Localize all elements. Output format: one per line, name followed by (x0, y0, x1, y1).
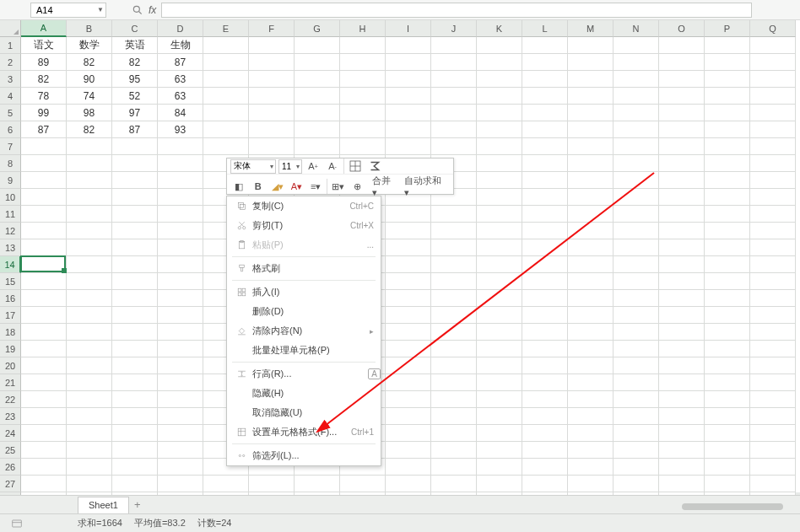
bold-button[interactable]: B (250, 179, 267, 194)
cell[interactable] (614, 88, 659, 105)
cell[interactable] (659, 341, 705, 357)
cell[interactable] (431, 206, 477, 223)
cell[interactable] (158, 223, 203, 239)
cell[interactable] (705, 189, 750, 206)
cell[interactable] (659, 459, 705, 476)
cell[interactable] (568, 121, 614, 138)
add-sheet-button[interactable]: + (129, 497, 146, 513)
cell[interactable] (477, 155, 522, 172)
row-header-27[interactable]: 27 (0, 476, 21, 492)
cell[interactable] (659, 476, 705, 492)
cell[interactable] (67, 155, 112, 172)
cell[interactable] (112, 307, 158, 324)
cell[interactable] (750, 459, 796, 476)
cell[interactable] (21, 223, 67, 239)
cell[interactable] (67, 459, 112, 476)
cell[interactable] (431, 121, 477, 138)
cell[interactable] (705, 290, 750, 307)
cell[interactable]: 93 (158, 121, 203, 138)
cell[interactable] (431, 290, 477, 307)
cell[interactable] (386, 273, 431, 290)
cell[interactable] (431, 476, 477, 492)
cell[interactable] (431, 374, 477, 391)
cell[interactable] (614, 138, 659, 155)
cell[interactable] (386, 391, 431, 408)
cell[interactable] (67, 425, 112, 442)
cell[interactable] (659, 239, 705, 256)
cell[interactable] (522, 256, 568, 273)
cell[interactable] (295, 71, 340, 88)
cell[interactable] (568, 239, 614, 256)
cell[interactable] (477, 206, 522, 223)
cell[interactable] (386, 307, 431, 324)
cell[interactable] (568, 307, 614, 324)
cell[interactable] (21, 138, 67, 155)
column-header-M[interactable]: M (568, 20, 614, 37)
cell[interactable] (67, 374, 112, 391)
cell[interactable] (614, 155, 659, 172)
cell[interactable] (750, 408, 796, 425)
cell[interactable] (568, 256, 614, 273)
menu-item[interactable]: 清除内容(N)▸ (227, 321, 381, 341)
cell[interactable] (477, 273, 522, 290)
cell[interactable] (158, 172, 203, 189)
cell[interactable] (477, 459, 522, 476)
cell[interactable] (158, 206, 203, 223)
row-header-1[interactable]: 1 (0, 37, 21, 54)
cell[interactable] (340, 105, 386, 121)
cell[interactable] (386, 425, 431, 442)
cell[interactable] (295, 121, 340, 138)
row-header-19[interactable]: 19 (0, 341, 21, 357)
cell[interactable] (431, 138, 477, 155)
cell[interactable] (112, 425, 158, 442)
search-icon[interactable] (132, 4, 143, 16)
cell[interactable] (568, 341, 614, 357)
cell[interactable] (659, 391, 705, 408)
cell[interactable] (568, 459, 614, 476)
cell[interactable] (386, 88, 431, 105)
cell[interactable] (614, 357, 659, 374)
cell[interactable] (158, 239, 203, 256)
cell[interactable] (614, 71, 659, 88)
cell[interactable]: 82 (67, 54, 112, 71)
cell[interactable] (614, 54, 659, 71)
cell[interactable] (67, 442, 112, 459)
cell[interactable] (568, 71, 614, 88)
cell[interactable] (158, 189, 203, 206)
cell[interactable] (386, 206, 431, 223)
cell[interactable] (21, 408, 67, 425)
cell[interactable] (522, 459, 568, 476)
cell[interactable] (249, 121, 295, 138)
cell[interactable] (705, 425, 750, 442)
cell[interactable]: 63 (158, 88, 203, 105)
cell[interactable] (614, 408, 659, 425)
cell[interactable] (705, 105, 750, 121)
menu-item[interactable]: 批量处理单元格(P) (227, 341, 381, 360)
cell[interactable] (386, 37, 431, 54)
cell[interactable] (568, 172, 614, 189)
cell[interactable] (522, 71, 568, 88)
cell[interactable] (750, 374, 796, 391)
cell[interactable] (705, 408, 750, 425)
cell[interactable] (705, 223, 750, 239)
cell[interactable] (614, 273, 659, 290)
row-header-3[interactable]: 3 (0, 71, 21, 88)
cell[interactable] (340, 476, 386, 492)
cell[interactable]: 74 (67, 88, 112, 105)
cell[interactable] (203, 121, 249, 138)
format-painter-icon[interactable]: ◧ (230, 179, 247, 194)
cell[interactable] (431, 459, 477, 476)
menu-item[interactable]: 隐藏(H) (227, 384, 381, 403)
cell[interactable] (21, 239, 67, 256)
cell[interactable] (21, 341, 67, 357)
cell[interactable] (568, 442, 614, 459)
cell[interactable] (21, 374, 67, 391)
fx-icon[interactable]: fx (149, 4, 156, 16)
cell[interactable] (386, 442, 431, 459)
cell[interactable] (705, 273, 750, 290)
cell[interactable] (705, 256, 750, 273)
cell[interactable] (614, 476, 659, 492)
cell[interactable] (158, 256, 203, 273)
cell[interactable] (112, 442, 158, 459)
cell[interactable] (431, 357, 477, 374)
